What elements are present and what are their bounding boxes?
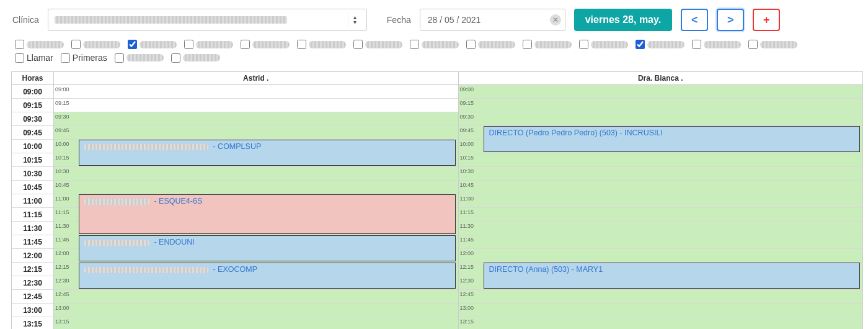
- filter-check-5[interactable]: [297, 40, 346, 49]
- add-button[interactable]: +: [753, 9, 780, 31]
- filter-check-6[interactable]: [353, 40, 402, 49]
- filter-blur-b-checkbox[interactable]: [171, 53, 180, 63]
- schedule-cell[interactable]: 13:00: [459, 304, 863, 317]
- filter-check-10[interactable]: [579, 40, 628, 49]
- filter-check-9-checkbox[interactable]: [523, 40, 532, 49]
- clear-date-icon[interactable]: ✕: [550, 14, 561, 25]
- filter-blur-b[interactable]: [171, 53, 220, 63]
- cell-time-label: 13:00: [55, 305, 69, 311]
- filter-check-1-checkbox[interactable]: [71, 40, 81, 49]
- appointment-patient-blurred: [84, 144, 208, 150]
- schedule-cell[interactable]: 11:00: [459, 194, 863, 208]
- filter-check-10-checkbox[interactable]: [579, 40, 588, 49]
- schedule-cell[interactable]: 09:45: [54, 126, 458, 140]
- appointment[interactable]: - COMPLSUP: [79, 140, 456, 166]
- filter-check-9[interactable]: [523, 40, 572, 49]
- filter-check-7[interactable]: [410, 40, 459, 49]
- cell-time-label: 11:15: [460, 209, 474, 215]
- schedule-cell[interactable]: 10:45: [459, 181, 863, 194]
- next-day-button[interactable]: >: [717, 9, 744, 31]
- filter-check-12-checkbox[interactable]: [692, 40, 701, 49]
- filters-row-2: Llamar Primeras: [0, 50, 868, 69]
- clinic-value-blurred: [55, 16, 287, 24]
- filter-check-12[interactable]: [692, 40, 741, 49]
- filter-llamar-checkbox[interactable]: [15, 53, 24, 63]
- cell-time-label: 09:30: [55, 114, 69, 120]
- provider-column-1[interactable]: 09:0009:1509:3009:4510:0010:1510:3010:45…: [459, 85, 863, 329]
- schedule-cell[interactable]: 12:45: [54, 290, 458, 304]
- filter-check-7-checkbox[interactable]: [410, 40, 419, 49]
- filters-row-1: [0, 37, 868, 50]
- header: Clínica ▴▾ Fecha 28 / 05 / 2021 ✕ vierne…: [0, 0, 868, 37]
- filter-check-13[interactable]: [748, 40, 797, 49]
- cell-time-label: 11:30: [460, 223, 474, 229]
- filter-check-0-checkbox[interactable]: [15, 40, 24, 49]
- date-input[interactable]: 28 / 05 / 2021 ✕: [420, 9, 565, 31]
- filter-check-8-checkbox[interactable]: [466, 40, 476, 49]
- schedule-cell[interactable]: 09:30: [54, 112, 458, 126]
- cell-time-label: 10:45: [460, 182, 474, 188]
- schedule-cell[interactable]: 09:15: [54, 99, 458, 112]
- filter-check-4[interactable]: [241, 40, 290, 49]
- schedule-cell[interactable]: 12:45: [459, 290, 863, 304]
- cell-time-label: 09:15: [460, 100, 474, 106]
- schedule-cell[interactable]: 09:00: [459, 85, 863, 99]
- schedule-cell[interactable]: 10:45: [54, 181, 458, 194]
- schedule-cell[interactable]: 10:30: [459, 167, 863, 181]
- filter-primeras-checkbox[interactable]: [61, 53, 70, 63]
- appointment[interactable]: - ENDOUNI: [79, 235, 456, 261]
- time-slot: 10:30: [12, 167, 53, 181]
- filter-check-1[interactable]: [71, 40, 120, 49]
- appointment[interactable]: - EXOCOMP: [79, 263, 456, 289]
- schedule-cell[interactable]: 11:15: [459, 208, 863, 222]
- appointment[interactable]: - ESQUE4-6S: [79, 194, 456, 234]
- time-slot: 09:00: [12, 85, 53, 99]
- appointment-label: - EXOCOMP: [211, 265, 257, 274]
- filter-check-0[interactable]: [15, 40, 64, 49]
- schedule-cell[interactable]: 09:15: [459, 99, 863, 112]
- provider-header-0: Astrid .: [54, 72, 459, 84]
- filter-blur-a-checkbox[interactable]: [115, 53, 124, 63]
- filter-check-2[interactable]: [128, 40, 177, 49]
- schedule-cell[interactable]: 11:45: [459, 235, 863, 249]
- appointment-patient-blurred: [84, 199, 149, 205]
- schedule-cell[interactable]: 10:15: [459, 153, 863, 167]
- cell-time-label: 13:15: [460, 318, 474, 325]
- provider-header-1: Dra. Bianca .: [459, 72, 863, 84]
- cell-time-label: 12:30: [55, 277, 69, 284]
- filter-check-13-checkbox[interactable]: [748, 40, 758, 49]
- schedule-cell[interactable]: 10:30: [54, 167, 458, 181]
- schedule-cell[interactable]: 13:15: [54, 317, 458, 329]
- appointment[interactable]: DIRECTO (Anna) (503) - MARY1: [484, 263, 861, 289]
- cell-time-label: 09:15: [55, 100, 69, 106]
- filter-check-6-checkbox[interactable]: [353, 40, 363, 49]
- filter-check-3[interactable]: [184, 40, 233, 49]
- appointment[interactable]: DIRECTO (Pedro Pedro Pedro) (503) - INCR…: [484, 126, 861, 152]
- date-badge: viernes 28, may.: [574, 9, 672, 31]
- schedule-cell[interactable]: 13:15: [459, 317, 863, 329]
- schedule-cell[interactable]: 12:00: [459, 249, 863, 263]
- filter-llamar[interactable]: Llamar: [15, 53, 53, 63]
- filter-check-8[interactable]: [466, 40, 515, 49]
- filter-check-4-checkbox[interactable]: [241, 40, 250, 49]
- schedule-cell[interactable]: 09:00: [54, 85, 458, 99]
- filter-check-11-checkbox[interactable]: [636, 40, 645, 49]
- cell-time-label: 11:15: [55, 209, 69, 215]
- schedule: Horas Astrid . Dra. Bianca . 09:0009:150…: [11, 71, 863, 329]
- cell-time-label: 09:45: [55, 127, 69, 133]
- prev-day-button[interactable]: <: [681, 9, 708, 31]
- cell-time-label: 12:30: [460, 277, 474, 284]
- filter-check-11[interactable]: [636, 40, 684, 49]
- time-slot: 12:00: [12, 249, 53, 263]
- filter-blur-a[interactable]: [115, 53, 164, 63]
- schedule-cell[interactable]: 13:00: [54, 304, 458, 317]
- provider-column-0[interactable]: 09:0009:1509:3009:4510:0010:1510:3010:45…: [54, 85, 459, 329]
- clinic-select[interactable]: ▴▾: [48, 9, 367, 31]
- schedule-cell[interactable]: 09:30: [459, 112, 863, 126]
- filter-check-2-checkbox[interactable]: [128, 40, 137, 49]
- filter-primeras[interactable]: Primeras: [61, 53, 107, 63]
- time-slot: 11:00: [12, 194, 53, 208]
- filter-check-5-checkbox[interactable]: [297, 40, 306, 49]
- filter-check-3-checkbox[interactable]: [184, 40, 193, 49]
- schedule-cell[interactable]: 11:30: [459, 222, 863, 235]
